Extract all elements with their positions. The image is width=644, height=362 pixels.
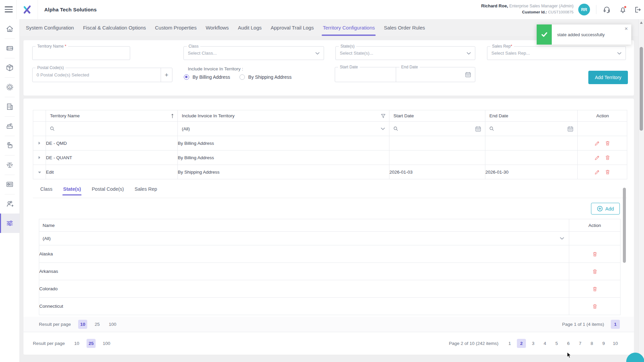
page-number-8[interactable]: 8: [587, 339, 596, 348]
state-name: Connecticut: [39, 298, 569, 315]
page-size-10[interactable]: 10: [78, 320, 87, 329]
tab-territory-configurations[interactable]: Territory Configurations: [323, 19, 375, 36]
cell-invoice: By Billing Address: [178, 136, 389, 150]
tab-workflows[interactable]: Workflows: [206, 19, 229, 36]
detail-scrollbar-thumb[interactable]: [623, 188, 626, 263]
state-row[interactable]: Connecticut: [39, 298, 621, 315]
table-row[interactable]: DE - QMD By Billing Address: [33, 136, 627, 150]
sidebar-item-home[interactable]: [0, 19, 19, 39]
calendar-icon[interactable]: [465, 72, 471, 79]
delete-state-button[interactable]: [592, 251, 597, 257]
page-number-7[interactable]: 7: [576, 339, 585, 348]
circle-plus-icon: [597, 206, 603, 212]
notifications-bell-icon[interactable]: [619, 6, 627, 14]
edit-row-button[interactable]: [595, 141, 600, 146]
page-number-5[interactable]: 5: [552, 339, 561, 348]
tab-audit-logs[interactable]: Audit Logs: [238, 19, 262, 36]
page-number-1[interactable]: 1: [611, 320, 620, 329]
calendar-icon[interactable]: [568, 126, 573, 132]
search-icon: [489, 126, 494, 131]
pencil-icon: [595, 170, 600, 175]
date-range-field[interactable]: Start Date End Date: [335, 67, 475, 82]
avatar[interactable]: RR: [578, 4, 590, 15]
states-filter-all: (All): [43, 236, 51, 241]
trash-icon: [605, 169, 610, 175]
page-number-3[interactable]: 3: [529, 339, 538, 348]
delete-row-button[interactable]: [605, 140, 610, 146]
page-size-25[interactable]: 25: [93, 320, 102, 329]
detail-tab-postal-codes[interactable]: Postal Code(s): [92, 186, 124, 195]
territory-name-field[interactable]: Territory Name *: [32, 46, 130, 60]
edit-row-button[interactable]: [595, 155, 600, 160]
page-size-100[interactable]: 100: [107, 320, 118, 329]
page-size-100[interactable]: 100: [101, 339, 112, 348]
tab-approval-trail-logs[interactable]: Approval Trail Logs: [271, 19, 314, 36]
page-number-9[interactable]: 9: [599, 339, 608, 348]
filter-funnel-icon[interactable]: [381, 114, 386, 118]
row-expander[interactable]: [33, 165, 46, 179]
page-number-1[interactable]: 1: [505, 339, 514, 348]
headset-support-icon[interactable]: [603, 6, 611, 14]
states-select[interactable]: Select State(s)...: [336, 47, 475, 60]
state-row[interactable]: Colorado: [39, 280, 621, 298]
tab-sales-order-rules[interactable]: Sales Order Rules: [384, 19, 425, 36]
sidebar-item-crm[interactable]: CRM: [0, 39, 19, 58]
table-row[interactable]: DE - QUANT By Billing Address: [33, 150, 627, 165]
add-territory-button[interactable]: Add Territory: [588, 71, 628, 84]
class-field[interactable]: Class Select Class...: [183, 46, 324, 60]
tab-fiscal-calculation-options[interactable]: Fiscal & Calculation Options: [83, 19, 146, 36]
page-scrollbar-thumb[interactable]: [640, 47, 643, 131]
states-field[interactable]: State(s) Select State(s)...: [335, 46, 475, 60]
detail-tab-class[interactable]: Class: [40, 186, 52, 195]
postal-codes-field[interactable]: Postal Code(s) 0 Postal Code(s) Selected…: [32, 68, 172, 82]
delete-state-button[interactable]: [592, 269, 597, 274]
postal-codes-add-button[interactable]: +: [161, 68, 172, 82]
page-scrollbar[interactable]: [638, 19, 644, 362]
page-number-4[interactable]: 4: [540, 339, 549, 348]
detail-tab-sales-rep[interactable]: Sales Rep: [135, 186, 157, 195]
sidebar-item-products[interactable]: [0, 58, 19, 77]
state-row[interactable]: Arkansas: [39, 263, 621, 280]
add-state-button[interactable]: Add: [591, 203, 620, 215]
radio-unselected-icon: [239, 74, 245, 80]
tab-system-configuration[interactable]: System Configuration: [26, 19, 74, 36]
hamburger-menu-icon[interactable]: [5, 6, 13, 12]
sidebar-item-pricing[interactable]: $: [0, 77, 19, 97]
sidebar-item-orders[interactable]: [0, 136, 19, 155]
page-number-10[interactable]: 10: [611, 339, 620, 348]
delete-row-button[interactable]: [605, 169, 610, 175]
detail-tab-states[interactable]: State(s): [63, 186, 81, 195]
toast-close-icon[interactable]: ×: [625, 25, 628, 32]
page-info: Page 1 of 1 (4 items): [562, 322, 604, 327]
radio-by-billing-address[interactable]: By Billing Address: [184, 74, 230, 80]
territories-table: Territory Name Include Invoice In Territ…: [33, 110, 627, 179]
page-size-25[interactable]: 25: [87, 339, 96, 348]
edit-row-button[interactable]: [595, 170, 600, 175]
page-size-10[interactable]: 10: [72, 339, 81, 348]
sidebar-item-billing[interactable]: [0, 116, 19, 136]
radio-by-shipping-address[interactable]: By Shipping Address: [239, 74, 291, 80]
page-number-2[interactable]: 2: [517, 339, 526, 348]
state-row[interactable]: Alaska: [39, 245, 621, 263]
app-logo[interactable]: [16, 0, 38, 19]
sort-ascending-icon[interactable]: [171, 114, 174, 118]
sales-rep-field[interactable]: Sales Rep* Select Sales Rep...: [487, 46, 626, 60]
row-expander[interactable]: [33, 150, 46, 165]
sidebar-item-company[interactable]: [0, 97, 19, 116]
delete-state-button[interactable]: [592, 304, 597, 309]
chevron-down-icon: [560, 237, 564, 240]
sidebar-item-ledger[interactable]: D C: [0, 155, 19, 175]
page-number-6[interactable]: 6: [564, 339, 573, 348]
delete-row-button[interactable]: [605, 155, 610, 160]
scroll-up-icon[interactable]: [640, 21, 643, 24]
calendar-icon[interactable]: [475, 126, 481, 132]
sidebar-item-invoices[interactable]: [0, 175, 19, 194]
sidebar-item-configurations[interactable]: [0, 214, 19, 233]
table-row-expanded[interactable]: Edit By Shipping Address 2026-01-03 2026…: [33, 165, 627, 179]
tab-custom-properties[interactable]: Custom Properties: [155, 19, 197, 36]
logout-icon[interactable]: [633, 6, 641, 14]
row-expander[interactable]: [33, 136, 46, 150]
class-select[interactable]: Select Class...: [184, 47, 324, 60]
sidebar-item-user-management[interactable]: [0, 194, 19, 214]
delete-state-button[interactable]: [592, 286, 597, 292]
